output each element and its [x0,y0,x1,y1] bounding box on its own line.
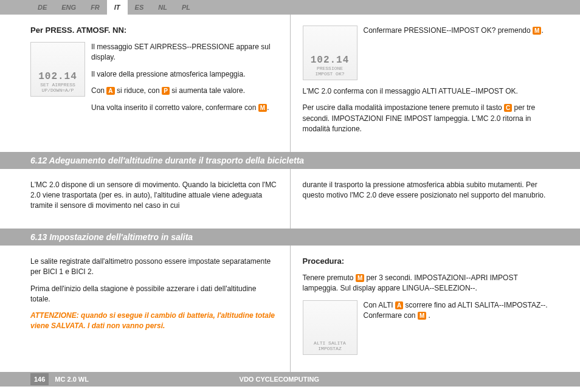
body-text: L'MC 2.0 dispone di un sensore di movime… [30,180,278,211]
lang-tab-it[interactable]: IT [107,0,128,15]
warning-text: ATTENZIONE: quando si esegue il cambio d… [30,311,278,331]
body-text: durante il trasporto la pressione atmosf… [303,180,550,201]
key-a-icon: A [106,87,114,95]
lang-tab-nl[interactable]: NL [151,0,174,15]
key-m-icon: M [258,104,267,112]
key-m-icon: M [418,312,426,320]
lang-tab-de[interactable]: DE [30,0,54,15]
page-number: 146 [30,373,49,385]
lcd-screenshot-airpress: 102.14 SET AIRPRESS UP/DOWN=A/P [30,42,85,97]
key-p-icon: P [162,87,170,95]
subheading-procedura: Procedura: [303,256,550,266]
key-m-icon: M [356,274,364,282]
body-text: Tenere premuto M per 3 secondi. IMPOSTAZ… [303,273,550,294]
key-a-icon: A [395,301,403,309]
key-m-icon: M [533,27,541,35]
lang-tab-fr[interactable]: FR [83,0,107,15]
section-heading-613: 6.13 Impostazione dell'altimetro in sali… [0,229,580,246]
key-c-icon: C [504,104,512,112]
footer-model: MC 2.0 WL [55,376,89,383]
body-text: L'MC 2.0 conferma con il messaggio ALTI … [303,86,550,135]
section-heading-612: 6.12 Adeguamento dell'altitudine durante… [0,152,580,169]
lcd-screenshot-pressione: 102.14 PRESSIONE IMPOST OK? [303,26,357,80]
lang-tab-pl[interactable]: PL [174,0,198,15]
footer-brand: VDO CYCLECOMPUTING [240,376,319,383]
body-text: Confermare PRESSIONE--IMPOST OK? premend… [364,26,544,80]
lcd-screenshot-alti-salita: ALTI SALITA IMPOSTAZ [303,300,357,355]
body-text: Con ALTI A scorrere fino ad ALTI SALITA-… [364,300,550,355]
subheading-press-atmosf: Per PRESS. ATMOSF. NN: [30,26,278,35]
lang-tab-es[interactable]: ES [128,0,151,15]
language-tabs: DE ENG FR IT ES NL PL [0,0,580,15]
body-text: Il messaggio SET AIRPRESS--PRESSIONE app… [91,42,278,119]
body-text: Le salite registrate dall'altimetro poss… [30,256,278,331]
lang-tab-eng[interactable]: ENG [54,0,83,15]
page-footer: 146 MC 2.0 WL VDO CYCLECOMPUTING [0,372,580,387]
